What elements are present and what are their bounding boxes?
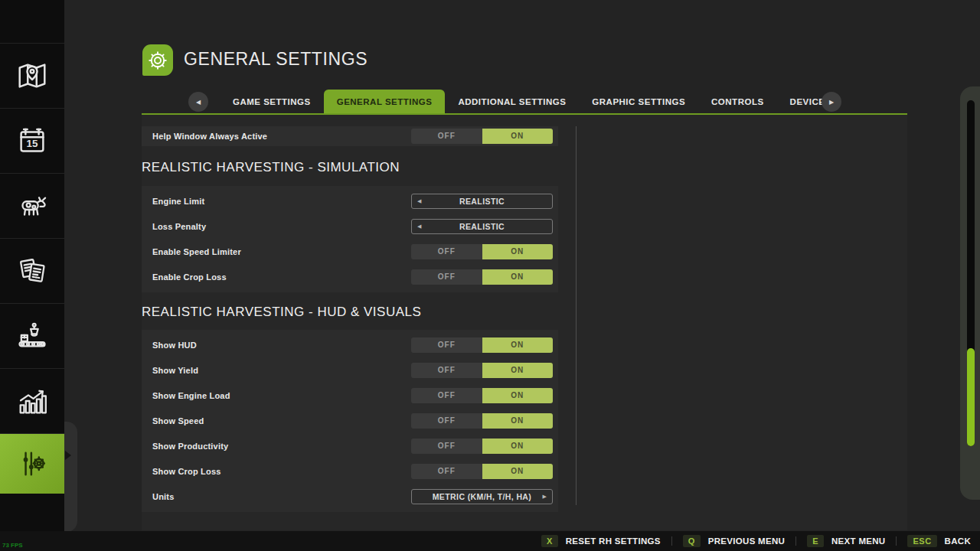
hint-previous-menu[interactable]: QPREVIOUS MENU xyxy=(683,535,785,547)
setting-show-hud-off-button[interactable]: OFF xyxy=(411,337,482,353)
statistics-icon xyxy=(15,383,50,419)
sidebar-item-animals[interactable] xyxy=(0,173,64,238)
chevron-left-icon: ◀ xyxy=(196,99,201,106)
setting-loss-penalty-value: REALISTIC xyxy=(459,222,505,231)
setting-show-speed-control: OFFON xyxy=(411,413,553,429)
setting-enable-speed-limiter-toggle: OFFON xyxy=(411,244,553,259)
page-title: GENERAL SETTINGS xyxy=(184,49,368,70)
setting-enable-crop-loss-toggle: OFFON xyxy=(411,269,553,285)
key-e: E xyxy=(807,535,824,547)
setting-engine-limit-value: REALISTIC xyxy=(459,197,505,206)
production-icon xyxy=(15,318,50,354)
setting-units-value: METRIC (KM/H, T/H, HA) xyxy=(433,492,532,501)
setting-show-productivity-toggle: OFFON xyxy=(411,439,553,454)
setting-engine-limit-selector[interactable]: ◀REALISTIC xyxy=(411,194,553,209)
setting-show-hud-label: Show HUD xyxy=(152,341,197,350)
setting-enable-speed-limiter-row: Enable Speed LimiterOFFON xyxy=(142,243,558,260)
setting-show-engine-load-on-button[interactable]: ON xyxy=(482,388,554,403)
fps-counter: 73 FPS xyxy=(2,542,23,549)
setting-units-row: UnitsMETRIC (KM/H, T/H, HA)▶ xyxy=(142,488,558,505)
calendar-icon: 15 xyxy=(15,123,50,158)
arrow-left-icon[interactable]: ◀ xyxy=(417,198,421,204)
setting-loss-penalty-selector[interactable]: ◀REALISTIC xyxy=(411,219,553,234)
setting-enable-speed-limiter-control: OFFON xyxy=(411,244,553,259)
hint-back-label: BACK xyxy=(945,536,971,546)
settings-icon xyxy=(15,446,50,481)
setting-show-crop-loss-label: Show Crop Loss xyxy=(152,467,221,476)
hint-next-menu[interactable]: ENEXT MENU xyxy=(807,535,885,547)
setting-show-crop-loss-on-button[interactable]: ON xyxy=(482,464,554,479)
setting-show-yield-toggle: OFFON xyxy=(411,363,553,378)
setting-loss-penalty-label: Loss Penalty xyxy=(152,222,206,231)
hint-reset-rh-settings[interactable]: XRESET RH SETTINGS xyxy=(541,535,661,547)
sidebar-active-marker xyxy=(64,422,77,532)
sidebar-active-arrow-icon xyxy=(65,451,76,460)
setting-units-selector[interactable]: METRIC (KM/H, T/H, HA)▶ xyxy=(411,489,553,504)
arrow-right-icon[interactable]: ▶ xyxy=(543,494,547,500)
setting-enable-speed-limiter-on-button[interactable]: ON xyxy=(482,244,554,259)
content-scrollbar-track[interactable] xyxy=(576,126,577,505)
hint-reset-rh-settings-label: RESET RH SETTINGS xyxy=(566,536,661,546)
setting-units-label: Units xyxy=(152,492,175,501)
sidebar-item-statistics[interactable] xyxy=(0,368,64,433)
setting-engine-limit-label: Engine Limit xyxy=(152,197,204,206)
page-scrollbar-thumb[interactable] xyxy=(967,348,975,446)
section-panel-2: Show HUDOFFONShow YieldOFFONShow Engine … xyxy=(142,330,558,512)
tab-additional-settings[interactable]: ADDITIONAL SETTINGS xyxy=(445,90,579,115)
settings-list: Help Window Always ActiveOFFONREALISTIC … xyxy=(142,115,558,512)
map-icon xyxy=(15,58,50,93)
setting-show-yield-off-button[interactable]: OFF xyxy=(411,363,482,378)
contracts-icon xyxy=(15,253,50,289)
section-title-1: REALISTIC HARVESTING - SIMULATION xyxy=(142,159,558,176)
arrow-left-icon[interactable]: ◀ xyxy=(417,223,421,230)
setting-show-speed-off-button[interactable]: OFF xyxy=(411,413,482,429)
setting-show-crop-loss-toggle: OFFON xyxy=(411,464,553,479)
tab-graphic-settings[interactable]: GRAPHIC SETTINGS xyxy=(579,90,698,115)
setting-show-hud-toggle: OFFON xyxy=(411,337,553,353)
sidebar-item-map[interactable] xyxy=(0,43,64,108)
key-q: Q xyxy=(683,535,701,547)
setting-enable-speed-limiter-label: Enable Speed Limiter xyxy=(152,247,241,256)
key-x: X xyxy=(541,535,558,547)
hint-back[interactable]: ESCBACK xyxy=(907,535,971,547)
setting-units-control: METRIC (KM/H, T/H, HA)▶ xyxy=(411,489,553,504)
setting-show-yield-label: Show Yield xyxy=(152,366,198,375)
page-scrollbar xyxy=(960,86,980,500)
setting-show-speed-toggle: OFFON xyxy=(411,413,553,429)
setting-enable-speed-limiter-off-button[interactable]: OFF xyxy=(411,244,482,259)
setting-help-window-always-active-on-button[interactable]: ON xyxy=(482,129,554,144)
setting-show-productivity-off-button[interactable]: OFF xyxy=(411,439,482,454)
setting-enable-crop-loss-label: Enable Crop Loss xyxy=(152,272,227,282)
setting-enable-crop-loss-row: Enable Crop LossOFFON xyxy=(142,269,558,285)
tab-list: GAME SETTINGSGENERAL SETTINGSADDITIONAL … xyxy=(220,90,844,115)
tabs-next-button[interactable]: ▶ xyxy=(822,92,841,112)
sidebar-item-settings[interactable] xyxy=(0,433,64,494)
setting-show-hud-on-button[interactable]: ON xyxy=(482,337,554,353)
setting-show-productivity-on-button[interactable]: ON xyxy=(482,439,554,454)
setting-show-yield-on-button[interactable]: ON xyxy=(482,363,554,378)
setting-show-yield-row: Show YieldOFFON xyxy=(142,362,558,379)
sidebar-item-calendar[interactable]: 15 xyxy=(0,108,64,173)
setting-show-engine-load-off-button[interactable]: OFF xyxy=(411,388,482,403)
setting-show-speed-on-button[interactable]: ON xyxy=(482,413,554,429)
setting-show-crop-loss-off-button[interactable]: OFF xyxy=(411,464,482,479)
tab-general-settings[interactable]: GENERAL SETTINGS xyxy=(324,90,446,115)
sidebar-item-contracts[interactable] xyxy=(0,238,64,303)
setting-enable-crop-loss-on-button[interactable]: ON xyxy=(482,269,554,285)
setting-engine-limit-control: ◀REALISTIC xyxy=(411,194,553,209)
general-settings-gear-icon xyxy=(142,44,173,76)
setting-enable-crop-loss-off-button[interactable]: OFF xyxy=(411,269,482,285)
setting-show-hud-control: OFFON xyxy=(411,337,553,353)
tab-game-settings[interactable]: GAME SETTINGS xyxy=(220,90,324,115)
section-panel-1: Engine Limit◀REALISTICLoss Penalty◀REALI… xyxy=(142,186,558,292)
setting-help-window-always-active-off-button[interactable]: OFF xyxy=(411,129,482,144)
general-settings-screen: 15 GENERAL SETTINGS ◀ GAME SETTINGSGENER… xyxy=(0,0,980,551)
setting-show-productivity-row: Show ProductivityOFFON xyxy=(142,438,558,455)
sidebar-item-production[interactable] xyxy=(0,303,64,368)
setting-show-engine-load-control: OFFON xyxy=(411,388,553,403)
setting-show-crop-loss-row: Show Crop LossOFFON xyxy=(142,463,558,480)
setting-show-engine-load-label: Show Engine Load xyxy=(152,391,230,400)
tab-controls[interactable]: CONTROLS xyxy=(698,90,777,115)
svg-text:15: 15 xyxy=(27,138,38,149)
tabs-prev-button[interactable]: ◀ xyxy=(188,92,208,112)
